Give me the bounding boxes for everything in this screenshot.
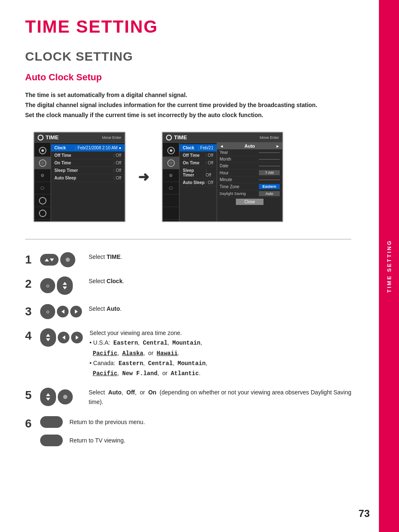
icon-row-5 <box>34 194 51 207</box>
left4-btn[interactable] <box>58 332 69 343</box>
menu-controls-right: Move Enter <box>260 136 279 140</box>
menu-box-left: TIME Move Enter ◷ ⚙ 🖵 <box>33 132 125 222</box>
down-icon <box>63 286 67 289</box>
section-title: CLOCK SETTING <box>25 49 351 64</box>
down5-icon <box>46 398 50 401</box>
arrow-icon: ➜ <box>138 169 149 185</box>
step-5-nav-btn[interactable] <box>40 388 56 406</box>
timezone-value: Eastern <box>259 184 280 189</box>
right4-btn[interactable] <box>71 332 83 343</box>
step-1-btn[interactable] <box>40 254 59 266</box>
step-4-nav-btn[interactable] <box>40 328 56 347</box>
up5-icon <box>46 393 50 396</box>
step-1-controls <box>40 252 82 267</box>
step-2-btn[interactable]: ⊙ <box>40 278 55 293</box>
step-3-controls: ⊙ <box>40 304 82 319</box>
sidebar: TIME SETTING <box>379 0 399 532</box>
step-4-number: 4 <box>25 330 33 342</box>
step-1-ok-btn[interactable] <box>60 252 75 267</box>
menu-body-left: ◷ ⚙ 🖵 Clo <box>34 143 125 221</box>
steps-section: 1 Select TIME. 2 ⊙ <box>25 252 351 446</box>
menu-title-left: TIME <box>38 134 59 141</box>
clock-icon-right <box>166 135 172 141</box>
step-6-btn1[interactable] <box>40 416 63 428</box>
menu-controls-left: Move Enter <box>102 136 121 140</box>
menu-rows-left: Clock : Feb/21/2008 2:10 AM ● Off Time :… <box>51 143 125 221</box>
clock-label: Clock <box>54 146 66 150</box>
step-3-btn[interactable]: ⊙ <box>40 304 55 319</box>
r-menu-row-ontime: On Time : Off <box>179 159 217 167</box>
desc-line3: Set the clock manually if the current ti… <box>25 112 263 118</box>
date-row: Date <box>217 163 282 169</box>
minute-row: Minute <box>217 176 282 183</box>
right-arrow-icon: ► <box>276 144 280 148</box>
left-btn[interactable] <box>57 306 69 317</box>
desc-line2: The digital channel signal includes info… <box>25 102 317 108</box>
hour-label: Hour <box>220 171 229 175</box>
step-3-number: 3 <box>25 306 33 317</box>
step-5-ok-btn[interactable] <box>58 389 73 404</box>
left-arrow-icon: ◄ <box>220 144 224 148</box>
diagrams-row: TIME Move Enter ◷ ⚙ 🖵 <box>33 132 351 222</box>
step-4-controls <box>40 328 83 347</box>
menu-icons-left: ◷ ⚙ 🖵 <box>34 143 51 221</box>
icon-row-6 <box>34 207 51 220</box>
menu-icons-right: ◷ ⚙ 🖵 <box>163 143 179 221</box>
up-icon <box>63 282 67 285</box>
minute-value <box>259 179 280 180</box>
date-label: Date <box>220 164 228 168</box>
step-2-text: Select Clock. <box>89 276 351 286</box>
close-button[interactable]: Close <box>236 199 263 205</box>
right4-icon <box>76 335 79 340</box>
icon-1 <box>39 147 46 154</box>
ok-dot <box>66 258 70 262</box>
step-4: 4 Select your viewing area time zone. • … <box>25 328 351 378</box>
icon-row-1 <box>34 144 51 157</box>
divider <box>25 239 351 240</box>
month-value <box>259 159 280 160</box>
step-2-nav-btn[interactable] <box>57 276 73 295</box>
step-5-controls <box>40 388 82 406</box>
step-6-btn2[interactable] <box>40 435 63 446</box>
icon-row-3: ⚙ <box>34 169 51 182</box>
step-2-controls: ⊙ <box>40 276 82 295</box>
menu-center-right: Clock : Feb/21 Off Time : Off On Time : … <box>179 143 217 221</box>
right-btn[interactable] <box>70 306 82 317</box>
down-arrow-icon <box>50 258 54 261</box>
menu-row-ontime: On Time : Off <box>51 159 125 167</box>
left-icon <box>61 309 64 314</box>
step-5-text: Select Auto, Off, or On (depending on wh… <box>89 388 351 407</box>
icon-row-4: 🖵 <box>34 182 51 194</box>
daylight-label: Daylight Saving <box>220 192 246 196</box>
month-row: Month <box>217 156 282 163</box>
icon-6 <box>39 210 46 217</box>
auto-header-row: ◄ Auto ► <box>217 143 282 149</box>
step-6-text1: Return to the previous menu. <box>69 417 351 427</box>
down4-icon <box>46 338 50 341</box>
r-icon-row-1 <box>163 144 179 157</box>
year-row: Year <box>217 149 282 156</box>
sub-title: Auto Clock Setup <box>25 72 351 83</box>
step-5: 5 Select Auto, Off, or On (depending on … <box>25 388 351 407</box>
menu-title-right: TIME <box>166 134 187 141</box>
r-icon-row-6 <box>163 207 179 220</box>
step-6b: Return to TV viewing. <box>40 435 351 446</box>
date-value <box>259 166 280 166</box>
r-icon-1 <box>167 147 175 154</box>
description: The time is set automatically from a dig… <box>25 90 351 120</box>
step-6-content: Return to the previous menu. Return to T… <box>40 416 351 446</box>
r-menu-row-clock: Clock : Feb/21 <box>179 144 217 152</box>
up-arrow-icon <box>45 258 49 261</box>
step-3: 3 ⊙ Select Auto. <box>25 304 351 319</box>
page-number: 73 <box>358 508 370 519</box>
daylight-row: Daylight Saving Auto <box>217 190 282 197</box>
close-row: Close <box>217 197 282 206</box>
r-icon-2: ◷ <box>167 159 175 167</box>
right-icon <box>75 309 78 314</box>
icon-2: ◷ <box>39 159 46 167</box>
step-3-text: Select Auto. <box>89 304 351 314</box>
desc-line1: The time is set automatically from a dig… <box>25 92 187 98</box>
menu-header-left: TIME Move Enter <box>34 133 125 143</box>
r-icon-row-5 <box>163 194 179 207</box>
r-icon-row-4: 🖵 <box>163 182 179 194</box>
